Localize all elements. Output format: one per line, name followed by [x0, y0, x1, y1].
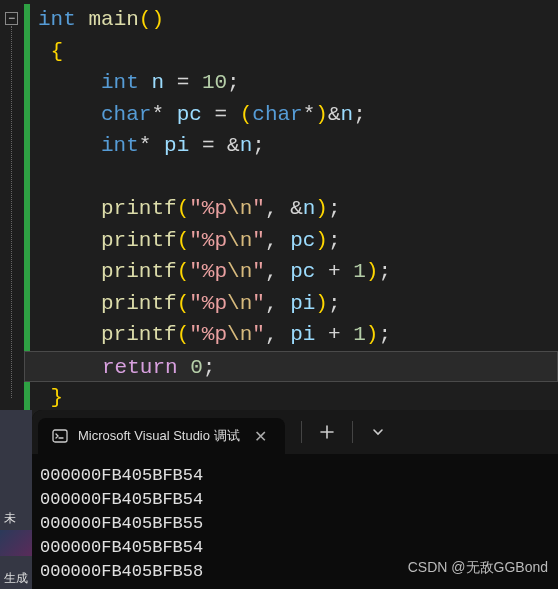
- output-line: 000000FB405BFB54: [40, 488, 550, 512]
- fold-toggle[interactable]: −: [5, 12, 18, 25]
- strip-thumbnail: [0, 530, 32, 556]
- minus-icon: −: [8, 13, 15, 25]
- terminal-tab-active[interactable]: Microsoft Visual Studio 调试 ✕: [38, 418, 285, 454]
- new-tab-button[interactable]: [310, 417, 344, 447]
- tab-dropdown-button[interactable]: [361, 417, 395, 447]
- code-lines: int main() { int n = 10; char* pc = (cha…: [24, 4, 558, 414]
- close-icon[interactable]: ✕: [250, 427, 271, 446]
- output-line: 000000FB405BFB55: [40, 512, 550, 536]
- strip-label: 生成: [0, 570, 32, 586]
- terminal-tabbar: Microsoft Visual Studio 调试 ✕: [32, 410, 558, 454]
- side-strip: 未 生成: [0, 410, 32, 589]
- code-line[interactable]: int main(): [38, 4, 558, 36]
- code-line-current[interactable]: return 0;: [24, 351, 558, 383]
- watermark: CSDN @无敌GGBond: [408, 559, 548, 577]
- terminal-tab-title: Microsoft Visual Studio 调试: [78, 427, 240, 445]
- divider: [301, 421, 302, 443]
- terminal-icon: [52, 428, 68, 444]
- code-line[interactable]: }: [38, 382, 558, 414]
- strip-label: 未: [0, 510, 32, 526]
- code-editor: − int main() { int n = 10; char* pc = (c…: [0, 0, 558, 414]
- chevron-down-icon: [372, 426, 384, 438]
- code-line[interactable]: printf("%p\n", pi);: [38, 288, 558, 320]
- code-line[interactable]: printf("%p\n", pc + 1);: [38, 256, 558, 288]
- output-line: 000000FB405BFB54: [40, 464, 550, 488]
- fold-guide: [11, 26, 12, 398]
- code-line[interactable]: char* pc = (char*)&n;: [38, 99, 558, 131]
- code-area[interactable]: int main() { int n = 10; char* pc = (cha…: [24, 4, 558, 414]
- code-line[interactable]: printf("%p\n", pi + 1);: [38, 319, 558, 351]
- terminal-actions: [297, 417, 395, 447]
- code-line[interactable]: {: [38, 36, 558, 68]
- svg-rect-0: [53, 430, 67, 442]
- code-line[interactable]: printf("%p\n", &n);: [38, 193, 558, 225]
- plus-icon: [320, 425, 334, 439]
- code-line[interactable]: [38, 162, 558, 194]
- output-line: 000000FB405BFB54: [40, 536, 550, 560]
- code-line[interactable]: printf("%p\n", pc);: [38, 225, 558, 257]
- divider: [352, 421, 353, 443]
- code-line[interactable]: int n = 10;: [38, 67, 558, 99]
- code-line[interactable]: int* pi = &n;: [38, 130, 558, 162]
- gutter: −: [0, 4, 24, 414]
